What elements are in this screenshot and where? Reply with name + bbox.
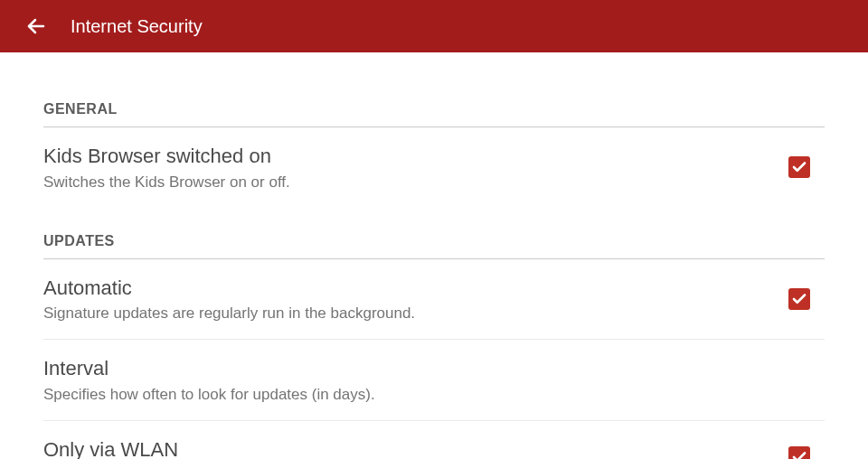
section-header-updates: UPDATES — [43, 208, 825, 259]
checkmark-icon — [791, 291, 807, 307]
setting-interval[interactable]: Interval Specifies how often to look for… — [43, 340, 825, 421]
setting-text: Kids Browser switched on Switches the Ki… — [43, 144, 788, 192]
settings-content: GENERAL Kids Browser switched on Switche… — [0, 52, 868, 459]
page-title: Internet Security — [71, 16, 203, 37]
back-button[interactable] — [18, 8, 54, 44]
setting-kids-browser[interactable]: Kids Browser switched on Switches the Ki… — [43, 127, 825, 208]
setting-text: Interval Specifies how often to look for… — [43, 356, 825, 404]
setting-text: Automatic Signature updates are regularl… — [43, 276, 788, 323]
setting-wlan[interactable]: Only via WLAN — [43, 421, 825, 459]
setting-text: Only via WLAN — [43, 437, 788, 459]
setting-title: Only via WLAN — [43, 437, 788, 459]
checkbox-automatic[interactable] — [788, 288, 810, 310]
setting-title: Interval — [43, 356, 825, 382]
setting-subtitle: Signature updates are regularly run in t… — [43, 304, 788, 323]
setting-subtitle: Switches the Kids Browser on or off. — [43, 173, 788, 192]
setting-subtitle: Specifies how often to look for updates … — [43, 386, 825, 404]
back-arrow-icon — [25, 15, 47, 37]
checkmark-icon — [791, 449, 807, 459]
setting-title: Automatic — [43, 276, 788, 302]
checkbox-kids-browser[interactable] — [788, 156, 810, 178]
checkmark-icon — [791, 159, 807, 175]
setting-title: Kids Browser switched on — [43, 144, 788, 170]
section-header-general: GENERAL — [43, 52, 825, 127]
checkbox-wlan[interactable] — [788, 446, 810, 459]
app-header: Internet Security — [0, 0, 868, 52]
setting-automatic[interactable]: Automatic Signature updates are regularl… — [43, 259, 825, 341]
